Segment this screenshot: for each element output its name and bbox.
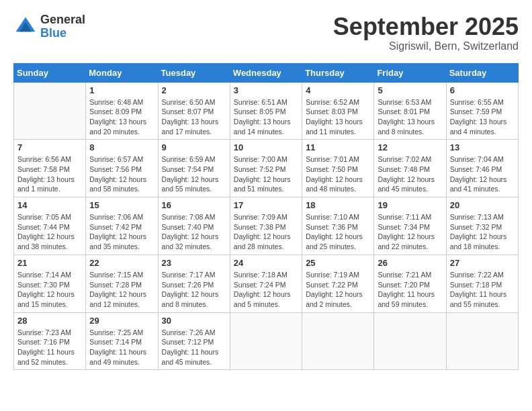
calendar-cell bbox=[446, 312, 518, 370]
cell-info: Sunrise: 7:11 AMSunset: 7:34 PMDaylight:… bbox=[378, 212, 442, 252]
calendar-cell: 8Sunrise: 6:57 AMSunset: 7:56 PMDaylight… bbox=[86, 140, 158, 197]
header-day-wednesday: Wednesday bbox=[230, 63, 302, 82]
cell-info: Sunrise: 7:22 AMSunset: 7:18 PMDaylight:… bbox=[450, 270, 515, 310]
cell-info: Sunrise: 6:56 AMSunset: 7:58 PMDaylight:… bbox=[17, 154, 82, 194]
day-number: 12 bbox=[378, 142, 442, 152]
day-number: 8 bbox=[89, 142, 154, 152]
calendar-cell: 24Sunrise: 7:18 AMSunset: 7:24 PMDayligh… bbox=[230, 255, 302, 312]
calendar-cell: 5Sunrise: 6:53 AMSunset: 8:01 PMDaylight… bbox=[374, 82, 446, 140]
cell-info: Sunrise: 7:00 AMSunset: 7:52 PMDaylight:… bbox=[234, 154, 298, 194]
day-number: 5 bbox=[378, 85, 442, 95]
calendar-cell bbox=[302, 312, 374, 370]
cell-info: Sunrise: 7:04 AMSunset: 7:46 PMDaylight:… bbox=[450, 154, 515, 194]
cell-info: Sunrise: 7:18 AMSunset: 7:24 PMDaylight:… bbox=[234, 270, 298, 310]
cell-info: Sunrise: 7:09 AMSunset: 7:38 PMDaylight:… bbox=[234, 212, 298, 252]
calendar-cell: 2Sunrise: 6:50 AMSunset: 8:07 PMDaylight… bbox=[158, 82, 230, 140]
calendar-cell: 9Sunrise: 6:59 AMSunset: 7:54 PMDaylight… bbox=[158, 140, 230, 197]
month-title: September 2025 bbox=[333, 13, 519, 40]
cell-info: Sunrise: 7:23 AMSunset: 7:16 PMDaylight:… bbox=[17, 328, 82, 367]
cell-info: Sunrise: 6:59 AMSunset: 7:54 PMDaylight:… bbox=[162, 154, 226, 194]
calendar-cell: 20Sunrise: 7:13 AMSunset: 7:32 PMDayligh… bbox=[446, 197, 518, 255]
calendar-cell bbox=[374, 312, 446, 370]
calendar-week-2: 7Sunrise: 6:56 AMSunset: 7:58 PMDaylight… bbox=[14, 140, 519, 197]
calendar-cell: 15Sunrise: 7:06 AMSunset: 7:42 PMDayligh… bbox=[86, 197, 158, 255]
day-number: 16 bbox=[162, 200, 226, 210]
calendar-cell: 22Sunrise: 7:15 AMSunset: 7:28 PMDayligh… bbox=[86, 255, 158, 312]
calendar-week-3: 14Sunrise: 7:05 AMSunset: 7:44 PMDayligh… bbox=[14, 197, 519, 255]
cell-info: Sunrise: 6:48 AMSunset: 8:09 PMDaylight:… bbox=[89, 97, 154, 137]
day-number: 10 bbox=[234, 142, 298, 152]
cell-info: Sunrise: 7:26 AMSunset: 7:12 PMDaylight:… bbox=[162, 328, 226, 367]
day-number: 23 bbox=[162, 258, 226, 268]
cell-info: Sunrise: 6:55 AMSunset: 7:59 PMDaylight:… bbox=[450, 97, 515, 137]
calendar-cell: 29Sunrise: 7:25 AMSunset: 7:14 PMDayligh… bbox=[86, 312, 158, 370]
header-day-thursday: Thursday bbox=[302, 63, 374, 82]
calendar-cell: 25Sunrise: 7:19 AMSunset: 7:22 PMDayligh… bbox=[302, 255, 374, 312]
day-number: 6 bbox=[450, 85, 515, 95]
cell-info: Sunrise: 7:21 AMSunset: 7:20 PMDaylight:… bbox=[378, 270, 442, 310]
cell-info: Sunrise: 6:52 AMSunset: 8:03 PMDaylight:… bbox=[306, 97, 370, 137]
day-number: 11 bbox=[306, 142, 370, 152]
calendar-cell: 19Sunrise: 7:11 AMSunset: 7:34 PMDayligh… bbox=[374, 197, 446, 255]
day-number: 30 bbox=[162, 316, 226, 326]
cell-info: Sunrise: 6:50 AMSunset: 8:07 PMDaylight:… bbox=[162, 97, 226, 137]
calendar-header-row: SundayMondayTuesdayWednesdayThursdayFrid… bbox=[14, 63, 519, 82]
calendar-cell: 3Sunrise: 6:51 AMSunset: 8:05 PMDaylight… bbox=[230, 82, 302, 140]
calendar-cell: 11Sunrise: 7:01 AMSunset: 7:50 PMDayligh… bbox=[302, 140, 374, 197]
cell-info: Sunrise: 7:19 AMSunset: 7:22 PMDaylight:… bbox=[306, 270, 370, 310]
header-day-monday: Monday bbox=[86, 63, 158, 82]
calendar-cell: 10Sunrise: 7:00 AMSunset: 7:52 PMDayligh… bbox=[230, 140, 302, 197]
day-number: 4 bbox=[306, 85, 370, 95]
day-number: 21 bbox=[17, 258, 82, 268]
calendar-cell: 13Sunrise: 7:04 AMSunset: 7:46 PMDayligh… bbox=[446, 140, 518, 197]
day-number: 19 bbox=[378, 200, 442, 210]
cell-info: Sunrise: 7:10 AMSunset: 7:36 PMDaylight:… bbox=[306, 212, 370, 252]
header-day-sunday: Sunday bbox=[14, 63, 86, 82]
calendar-week-4: 21Sunrise: 7:14 AMSunset: 7:30 PMDayligh… bbox=[14, 255, 519, 312]
day-number: 18 bbox=[306, 200, 370, 210]
logo-text: General Blue bbox=[40, 13, 85, 40]
calendar-cell: 4Sunrise: 6:52 AMSunset: 8:03 PMDaylight… bbox=[302, 82, 374, 140]
cell-info: Sunrise: 7:17 AMSunset: 7:26 PMDaylight:… bbox=[162, 270, 226, 310]
cell-info: Sunrise: 7:08 AMSunset: 7:40 PMDaylight:… bbox=[162, 212, 226, 252]
logo: General Blue bbox=[13, 13, 85, 40]
logo-blue: Blue bbox=[40, 27, 85, 40]
cell-info: Sunrise: 7:01 AMSunset: 7:50 PMDaylight:… bbox=[306, 154, 370, 194]
logo-icon bbox=[13, 15, 38, 39]
day-number: 24 bbox=[234, 258, 298, 268]
day-number: 15 bbox=[89, 200, 154, 210]
location: Sigriswil, Bern, Switzerland bbox=[333, 40, 519, 52]
day-number: 17 bbox=[234, 200, 298, 210]
cell-info: Sunrise: 7:13 AMSunset: 7:32 PMDaylight:… bbox=[450, 212, 515, 252]
calendar-cell: 6Sunrise: 6:55 AMSunset: 7:59 PMDaylight… bbox=[446, 82, 518, 140]
calendar-cell bbox=[14, 82, 86, 140]
day-number: 20 bbox=[450, 200, 515, 210]
day-number: 22 bbox=[89, 258, 154, 268]
calendar-cell: 23Sunrise: 7:17 AMSunset: 7:26 PMDayligh… bbox=[158, 255, 230, 312]
day-number: 9 bbox=[162, 142, 226, 152]
day-number: 28 bbox=[17, 316, 82, 326]
header-day-tuesday: Tuesday bbox=[158, 63, 230, 82]
calendar-cell: 26Sunrise: 7:21 AMSunset: 7:20 PMDayligh… bbox=[374, 255, 446, 312]
cell-info: Sunrise: 7:14 AMSunset: 7:30 PMDaylight:… bbox=[17, 270, 82, 310]
cell-info: Sunrise: 7:06 AMSunset: 7:42 PMDaylight:… bbox=[89, 212, 154, 252]
day-number: 29 bbox=[89, 316, 154, 326]
day-number: 27 bbox=[450, 258, 515, 268]
calendar-table: SundayMondayTuesdayWednesdayThursdayFrid… bbox=[13, 63, 519, 371]
title-block: September 2025 Sigriswil, Bern, Switzerl… bbox=[333, 13, 519, 52]
header-day-friday: Friday bbox=[374, 63, 446, 82]
cell-info: Sunrise: 6:57 AMSunset: 7:56 PMDaylight:… bbox=[89, 154, 154, 194]
calendar-cell: 27Sunrise: 7:22 AMSunset: 7:18 PMDayligh… bbox=[446, 255, 518, 312]
day-number: 14 bbox=[17, 200, 82, 210]
cell-info: Sunrise: 6:53 AMSunset: 8:01 PMDaylight:… bbox=[378, 97, 442, 137]
calendar-cell: 1Sunrise: 6:48 AMSunset: 8:09 PMDaylight… bbox=[86, 82, 158, 140]
logo-general: General bbox=[40, 13, 85, 27]
day-number: 2 bbox=[162, 85, 226, 95]
calendar-cell: 7Sunrise: 6:56 AMSunset: 7:58 PMDaylight… bbox=[14, 140, 86, 197]
calendar-cell bbox=[230, 312, 302, 370]
day-number: 26 bbox=[378, 258, 442, 268]
calendar-cell: 28Sunrise: 7:23 AMSunset: 7:16 PMDayligh… bbox=[14, 312, 86, 370]
day-number: 3 bbox=[234, 85, 298, 95]
calendar-week-1: 1Sunrise: 6:48 AMSunset: 8:09 PMDaylight… bbox=[14, 82, 519, 140]
header-day-saturday: Saturday bbox=[446, 63, 518, 82]
